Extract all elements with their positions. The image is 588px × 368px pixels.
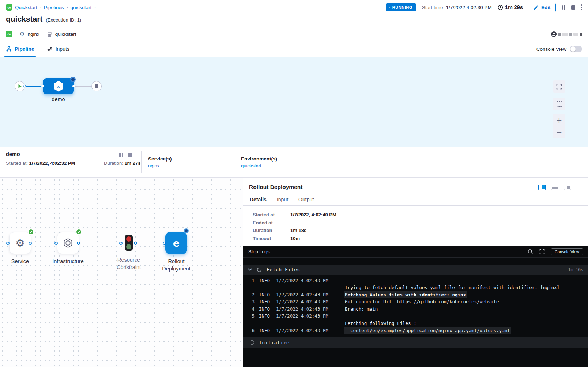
avatar-icon xyxy=(551,31,557,37)
log-fullscreen-icon[interactable] xyxy=(539,249,545,254)
tab-output[interactable]: Output xyxy=(298,193,314,205)
fullscreen-icon xyxy=(556,84,562,90)
log-lines: 1INFO1/7/2022 4:02:43 PM Trying to fetch… xyxy=(243,275,588,338)
zoom-in-button[interactable]: + xyxy=(553,114,565,126)
pencil-icon xyxy=(534,5,539,10)
edge-start-to-demo xyxy=(25,86,43,87)
connector-dot xyxy=(119,242,122,245)
green-light xyxy=(126,244,131,249)
breadcrumb-link-quickstart[interactable]: Quickstart xyxy=(15,5,37,10)
stage-node-demo[interactable]: ∞ xyxy=(43,78,74,94)
tab-pipeline[interactable]: Pipeline xyxy=(6,41,34,57)
detail-label: Timeout xyxy=(253,236,290,241)
connector-dot xyxy=(77,242,80,245)
step-node-rollout-deployment[interactable]: e xyxy=(165,232,187,254)
play-icon xyxy=(18,84,22,88)
stage-name: demo xyxy=(6,151,20,157)
red-light xyxy=(126,236,131,242)
stage-info-bar: demo Started at: 1/7/2022, 4:02:32 PM Du… xyxy=(0,147,588,178)
detail-value: 1/7/2022, 4:02:40 PM xyxy=(290,212,578,217)
minimize-panel-button[interactable] xyxy=(577,187,582,188)
step-details-table: Started at 1/7/2022, 4:02:40 PM Ended at… xyxy=(243,206,588,246)
step-node-infrastructure[interactable] xyxy=(57,232,79,254)
breadcrumb: ∞ Quickstart › Pipelines › quickstart › xyxy=(6,4,95,11)
chevron-right-icon: › xyxy=(94,5,95,10)
service-tag: ⚙ nginx xyxy=(20,31,39,37)
detail-value: 1m 18s xyxy=(290,228,578,233)
log-console-view-button[interactable]: Console View xyxy=(551,248,583,255)
divider xyxy=(141,151,142,173)
chevron-right-icon: › xyxy=(67,5,68,10)
step-details-panel: Rollout Deployment Details Input Output … xyxy=(243,178,588,367)
elapsed-time: 1m 29s xyxy=(498,4,523,10)
detail-value: - xyxy=(290,220,578,225)
connector-dot xyxy=(6,242,10,245)
environment-icon xyxy=(47,31,52,37)
duration-value: 1m 27s xyxy=(124,160,140,166)
log-section-fetch-files[interactable]: Fetch Files 1m 16s xyxy=(243,265,588,275)
tab-inputs[interactable]: Inputs xyxy=(47,41,69,57)
port xyxy=(23,85,26,87)
log-line: 3INFO1/7/2022 4:02:43 PMGit connector Ur… xyxy=(248,298,583,306)
connector-dot xyxy=(134,242,137,245)
canvas-fit-selection-button[interactable] xyxy=(553,98,565,110)
log-scroll-area[interactable]: Fetch Files 1m 16s 1INFO1/7/2022 4:02:43… xyxy=(243,258,588,367)
stop-pipeline-button[interactable] xyxy=(571,5,575,10)
canvas-zoom-controls: + − xyxy=(553,114,565,138)
pending-circle-icon xyxy=(250,340,254,345)
port xyxy=(41,85,44,87)
pipeline-canvas[interactable]: ∞ demo + − xyxy=(0,57,588,147)
log-section-initialize[interactable]: Initialize xyxy=(243,337,588,348)
cd-stage-icon: ∞ xyxy=(53,80,64,92)
zoom-out-button[interactable]: − xyxy=(553,126,565,138)
more-options-icon[interactable] xyxy=(581,4,583,10)
page-title: quickstart xyxy=(6,15,42,23)
layout-split-vertical-button[interactable] xyxy=(538,185,546,190)
success-check-icon xyxy=(76,229,82,235)
edit-button[interactable]: Edit xyxy=(529,3,556,12)
pipeline-icon xyxy=(6,46,12,52)
gear-icon: ⚙ xyxy=(15,238,25,249)
started-at-value: 1/7/2022, 4:02:32 PM xyxy=(29,160,75,166)
pipeline-end-node[interactable] xyxy=(91,81,102,91)
layout-panel-right-button[interactable] xyxy=(564,185,571,190)
pause-pipeline-button[interactable] xyxy=(562,5,565,10)
stage-label: demo xyxy=(39,96,78,102)
stage-stop-button[interactable] xyxy=(128,153,132,157)
gear-icon: ⚙ xyxy=(20,31,24,37)
log-search-icon[interactable] xyxy=(528,249,533,254)
section-duration: 1m 16s xyxy=(568,267,583,272)
log-line: Trying to fetch default values yaml file… xyxy=(248,284,583,291)
inputs-icon xyxy=(47,46,53,52)
tab-input[interactable]: Input xyxy=(277,193,288,205)
layout-split-horizontal-button[interactable] xyxy=(551,185,558,190)
log-line: 4INFO1/7/2022 4:02:43 PMBranch: main xyxy=(248,306,583,313)
connector-dot xyxy=(29,242,32,245)
breadcrumb-link-pipeline-name[interactable]: quickstart xyxy=(71,5,92,10)
execution-id: (Execution ID: 1) xyxy=(46,17,81,23)
tab-details[interactable]: Details xyxy=(250,193,267,205)
service-link[interactable]: nginx xyxy=(148,163,172,168)
log-line: 6INFO1/7/2022 4:02:43 PM- content/en/exa… xyxy=(248,327,583,334)
duration-label: Duration: xyxy=(104,160,123,166)
step-label-service: Service xyxy=(0,258,42,265)
log-line: 2INFO1/7/2022 4:02:43 PMFetching Values … xyxy=(248,291,583,299)
step-label-resource-constraint: Resource Constraint xyxy=(110,256,148,271)
breadcrumb-link-pipelines[interactable]: Pipelines xyxy=(44,5,64,10)
console-view-label: Console View xyxy=(536,46,566,52)
step-node-service[interactable]: ⚙ xyxy=(9,232,31,254)
log-link[interactable]: https://github.com/kubernetes/website xyxy=(397,299,499,304)
stage-pause-button[interactable] xyxy=(119,153,123,157)
execution-graph-canvas[interactable]: ⚙ e Service Infrastructure xyxy=(0,178,243,367)
view-tabbar: Pipeline Inputs Console View xyxy=(0,41,588,57)
detail-value: 10m xyxy=(290,236,578,241)
environment-tag: quickstart xyxy=(47,31,76,37)
infrastructure-icon xyxy=(63,238,73,248)
environment-link[interactable]: quickstart xyxy=(241,163,277,168)
step-node-resource-constraint[interactable] xyxy=(125,235,133,251)
status-badge: RUNNING xyxy=(386,3,416,11)
step-panel-title: Rollout Deployment xyxy=(249,184,302,190)
console-view-toggle[interactable] xyxy=(570,46,582,52)
canvas-fullscreen-button[interactable] xyxy=(553,80,565,93)
chevron-down-icon xyxy=(248,268,252,271)
